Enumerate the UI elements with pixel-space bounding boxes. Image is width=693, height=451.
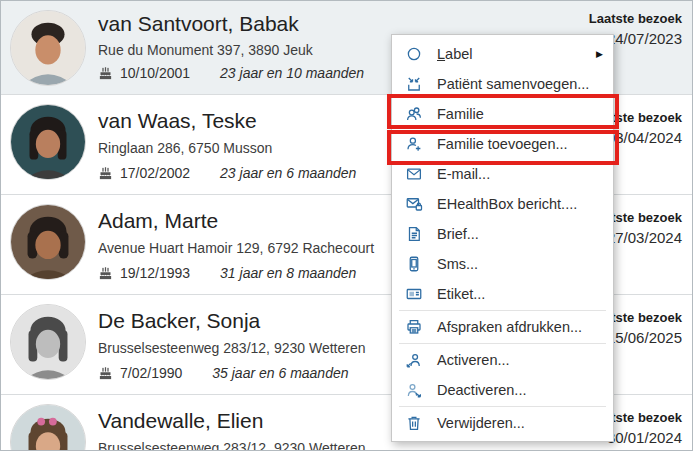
- patient-birth-line: 19/12/1993 31 jaar en 8 maanden: [98, 265, 356, 281]
- birthday-cake-icon: [98, 66, 113, 81]
- merge-icon: [404, 74, 424, 94]
- deactivate-person-icon: [404, 380, 424, 400]
- menu-item-etiket[interactable]: Etiket...: [392, 279, 613, 309]
- highlight-box-familie: [387, 94, 619, 129]
- patient-birthdate: 19/12/1993: [120, 265, 190, 281]
- patient-address: Rue du Monument 397, 3890 Jeuk: [98, 42, 313, 58]
- patient-name: van Waas, Teske: [98, 109, 257, 133]
- ehealthbox-icon: [404, 194, 424, 214]
- menu-item-activeren[interactable]: Activeren...: [392, 345, 613, 375]
- patient-birth-line: 10/10/2001 23 jaar en 10 maanden: [98, 65, 364, 81]
- highlight-box-familie-toevoegen: [387, 130, 619, 165]
- menu-item-verwijderen[interactable]: Verwijderen...: [392, 408, 613, 438]
- patient-name: De Backer, Sonja: [98, 309, 260, 333]
- patient-birth-line: 7/02/1990 35 jaar en 6 maanden: [98, 365, 349, 381]
- menu-separator: [399, 406, 606, 407]
- patient-birthdate: 10/10/2001: [120, 65, 190, 81]
- patient-birthdate: 7/02/1990: [120, 365, 182, 381]
- menu-item-label[interactable]: Label ▶: [392, 39, 613, 69]
- patient-address: Brusselsesteenweg 283/12, 9230 Wetteren: [98, 340, 365, 356]
- menu-item-deactiveren[interactable]: Deactiveren...: [392, 375, 613, 405]
- menu-item-afspraken-afdrukken[interactable]: Afspraken afdrukken...: [392, 312, 613, 342]
- email-icon: [404, 164, 424, 184]
- birthday-cake-icon: [98, 366, 113, 381]
- patient-age: 23 jaar en 6 maanden: [220, 165, 356, 181]
- label-circle-icon: [404, 44, 424, 64]
- patient-avatar: [10, 304, 86, 380]
- patient-avatar: [10, 104, 86, 180]
- patient-avatar: [10, 204, 86, 280]
- patient-name: Adam, Marte: [98, 209, 218, 233]
- submenu-arrow-icon: ▶: [596, 49, 603, 59]
- patient-address: Ringlaan 286, 6750 Musson: [98, 140, 272, 156]
- patient-age: 31 jaar en 8 maanden: [220, 265, 356, 281]
- letter-icon: [404, 224, 424, 244]
- patient-avatar: [10, 404, 86, 451]
- menu-item-sms[interactable]: Sms...: [392, 249, 613, 279]
- patient-avatar: [10, 10, 86, 86]
- menu-item-brief[interactable]: Brief...: [392, 219, 613, 249]
- patient-name: Vandewalle, Elien: [98, 409, 263, 433]
- trash-icon: [404, 413, 424, 433]
- patient-birthdate: 17/02/2002: [120, 165, 190, 181]
- patient-birth-line: 17/02/2002 23 jaar en 6 maanden: [98, 165, 356, 181]
- patient-address: Brusselsesteenweg 283/12, 9230 Wetteren: [98, 440, 365, 451]
- patient-address: Avenue Huart Hamoir 129, 6792 Rachecourt: [98, 240, 374, 256]
- birthday-cake-icon: [98, 266, 113, 281]
- printer-icon: [404, 317, 424, 337]
- menu-separator: [399, 343, 606, 344]
- last-visit-label: Laatste bezoek: [589, 11, 682, 26]
- patient-list-screen: van Santvoort, Babak Rue du Monument 397…: [0, 0, 693, 451]
- patient-age: 23 jaar en 10 maanden: [220, 65, 364, 81]
- menu-item-ehealthbox-bericht[interactable]: EHealthBox bericht....: [392, 189, 613, 219]
- patient-age: 35 jaar en 6 maanden: [212, 365, 348, 381]
- patient-name: van Santvoort, Babak: [98, 12, 299, 36]
- sms-icon: [404, 254, 424, 274]
- etiket-icon: [404, 284, 424, 304]
- activate-person-icon: [404, 350, 424, 370]
- birthday-cake-icon: [98, 166, 113, 181]
- menu-separator: [399, 310, 606, 311]
